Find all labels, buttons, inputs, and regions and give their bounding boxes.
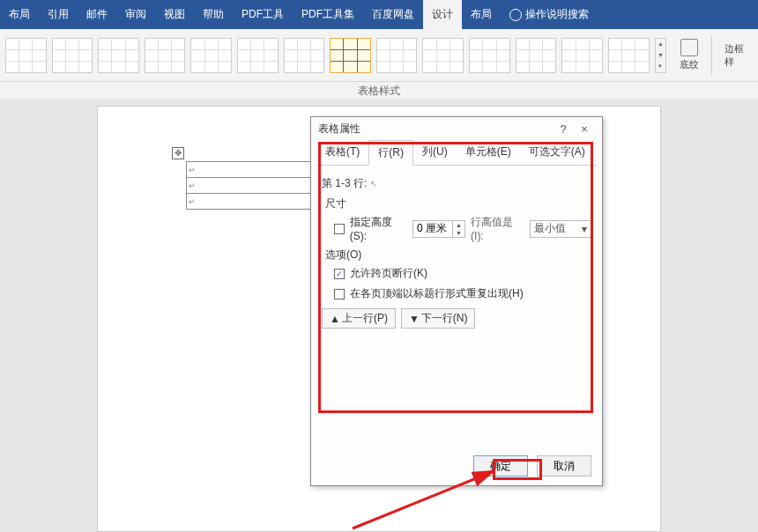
ribbon-tab-references[interactable]: 引用 (39, 0, 78, 29)
table-style-gallery: ▲▼▾ 底纹 边框样 (0, 29, 758, 82)
repeat-header-checkbox[interactable] (334, 289, 345, 299)
dialog-tab-alt[interactable]: 可选文字(A) (520, 140, 594, 165)
triangle-down-icon: ▼ (409, 313, 420, 325)
table-style-thumb[interactable] (422, 38, 464, 73)
dialog-close-button[interactable]: × (574, 122, 595, 136)
table-style-thumb[interactable] (5, 38, 47, 73)
table-style-thumb[interactable] (561, 38, 603, 73)
shading-label: 底纹 (680, 59, 699, 70)
ribbon-tellme[interactable]: 操作说明搜索 (501, 0, 598, 29)
table-style-thumb[interactable] (608, 38, 650, 73)
allow-break-checkbox[interactable]: ✓ (334, 269, 345, 279)
spin-up-icon[interactable]: ▲ (452, 221, 464, 229)
dialog-tab-column[interactable]: 列(U) (413, 140, 457, 165)
table-style-thumb[interactable] (237, 38, 279, 73)
dialog-tab-row[interactable]: 行(R) (368, 140, 413, 166)
ribbon-tab-review[interactable]: 审阅 (116, 0, 155, 29)
row-height-mode-value: 最小值 (534, 221, 566, 236)
dialog-help-button[interactable]: ? (553, 122, 574, 136)
ribbon-tab-design[interactable]: 设计 (423, 0, 462, 29)
repeat-header-label: 在各页顶端以标题行形式重复出现(H) (350, 286, 524, 301)
ribbon-tab-layout1[interactable]: 布局 (0, 0, 39, 29)
dialog-tab-table[interactable]: 表格(T) (316, 140, 368, 165)
bucket-icon (680, 39, 698, 56)
row-height-is-label: 行高值是(I): (471, 215, 524, 242)
cancel-button[interactable]: 取消 (537, 455, 591, 477)
gallery-group-label: 表格样式 (0, 82, 758, 100)
table-style-thumb[interactable] (190, 38, 232, 73)
dialog-tab-cell[interactable]: 单元格(E) (457, 140, 520, 165)
table-style-thumb[interactable] (52, 38, 93, 73)
ribbon-tab-view[interactable]: 视图 (155, 0, 194, 29)
table-style-thumb-selected[interactable] (330, 38, 371, 73)
prev-row-button[interactable]: ▲上一行(P) (322, 308, 396, 329)
table-move-handle[interactable]: ✥ (172, 147, 184, 159)
gallery-more-button[interactable]: ▲▼▾ (655, 38, 667, 73)
shading-button[interactable]: 底纹 (672, 39, 706, 71)
cursor-icon: ↖ (370, 179, 377, 188)
table-style-thumb[interactable] (516, 38, 557, 73)
chevron-down-icon: ▾ (582, 223, 587, 235)
dialog-footer: 确定 取消 (473, 455, 591, 477)
size-section-label: 尺寸 (325, 196, 591, 211)
ribbon-tab-baidu[interactable]: 百度网盘 (363, 0, 423, 29)
spin-down-icon[interactable]: ▼ (452, 229, 464, 237)
ribbon-tab-pdftoolset[interactable]: PDF工具集 (293, 0, 363, 29)
dialog-body: 第 1-3 行:↖ 尺寸 指定高度(S): ▲▼ 行高值是(I): 最小值 ▾ … (311, 166, 602, 336)
border-style-button[interactable]: 边框样 (717, 42, 753, 69)
options-section-label: 选项(O) (325, 248, 591, 262)
dialog-titlebar[interactable]: 表格属性 ? × (311, 117, 602, 140)
specify-height-label: 指定高度(S): (350, 215, 407, 242)
table-style-thumb[interactable] (98, 38, 139, 73)
table-style-thumb[interactable] (469, 38, 510, 73)
rows-range-label: 第 1-3 行:↖ (322, 176, 591, 191)
height-input[interactable]: ▲▼ (412, 220, 465, 238)
ok-button[interactable]: 确定 (473, 455, 528, 477)
dialog-tabs: 表格(T) 行(R) 列(U) 单元格(E) 可选文字(A) (316, 140, 597, 166)
ribbon-tabs: 布局 引用 邮件 审阅 视图 帮助 PDF工具 PDF工具集 百度网盘 设计 布… (0, 0, 758, 29)
ribbon-tab-help[interactable]: 帮助 (194, 0, 233, 29)
ribbon-tab-mail[interactable]: 邮件 (78, 0, 116, 29)
table-style-thumb[interactable] (376, 38, 418, 73)
row-height-mode-select[interactable]: 最小值 ▾ (530, 220, 591, 238)
table-style-thumb[interactable] (284, 38, 325, 73)
table-style-thumb[interactable] (145, 38, 186, 73)
height-input-field[interactable] (413, 223, 452, 235)
triangle-up-icon: ▲ (330, 313, 340, 325)
next-row-button[interactable]: ▼下一行(N) (401, 308, 476, 329)
allow-break-label: 允许跨页断行(K) (350, 266, 427, 281)
table-properties-dialog: 表格属性 ? × 表格(T) 行(R) 列(U) 单元格(E) 可选文字(A) … (310, 116, 603, 486)
ribbon-tab-layout2[interactable]: 布局 (462, 0, 501, 29)
specify-height-checkbox[interactable] (334, 224, 345, 234)
dialog-title: 表格属性 (318, 122, 360, 137)
ribbon-tab-pdftool[interactable]: PDF工具 (233, 0, 293, 29)
